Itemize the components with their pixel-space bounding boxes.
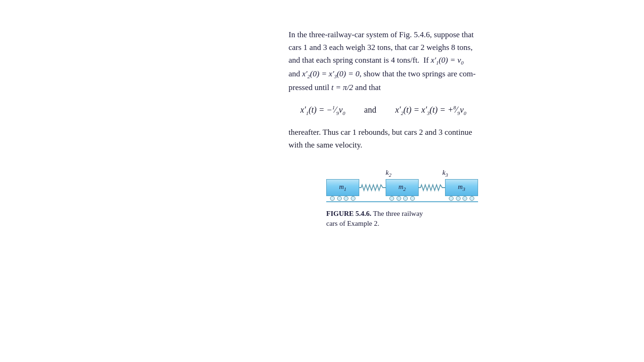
k3-label: k3 [442, 169, 448, 178]
wheel [396, 196, 401, 201]
equation-display: x′1(t) = −1⁄9v0 and x′2(t) = x′3(t) = +8… [289, 105, 478, 116]
wheel [410, 196, 415, 201]
k2-label: k2 [386, 169, 391, 178]
car-3: m3 [445, 179, 478, 196]
car-2: m2 [386, 179, 419, 196]
railway-diagram: k2 k3 m1 m2 [326, 169, 478, 203]
condition-math: x′1(0) = v0 [431, 56, 464, 65]
wheel [351, 196, 355, 201]
car-3-label: m3 [458, 183, 465, 192]
spring-k3 [419, 183, 445, 192]
car-2-label: m2 [398, 183, 406, 192]
spring-k2 [359, 183, 386, 192]
track-line [326, 201, 478, 203]
wheels-row [326, 196, 478, 201]
figure-container: k2 k3 m1 m2 [326, 169, 478, 229]
equation-right: x′2(t) = x′3(t) = +8⁄9v0 [395, 105, 466, 116]
page-content: In the three-railway-car system of Fig. … [289, 28, 478, 229]
wheel [344, 196, 348, 201]
wheel [403, 196, 408, 201]
wheel [337, 196, 342, 201]
equation-and: and [364, 105, 376, 115]
wheel [389, 196, 394, 201]
figure-caption-bold: FIGURE 5.4.6. [326, 210, 372, 217]
figure-caption: FIGURE 5.4.6. The three railway cars of … [326, 209, 430, 229]
wheel [456, 196, 461, 201]
wheel [449, 196, 454, 201]
car-1: m1 [326, 179, 359, 196]
thereafter-paragraph: thereafter. Thus car 1 rebounds, but car… [289, 126, 478, 151]
wheel [470, 196, 474, 201]
main-paragraph: In the three-railway-car system of Fig. … [289, 28, 478, 94]
cars-springs-row: m1 m2 [326, 179, 478, 196]
wheel [330, 196, 335, 201]
wheel [462, 196, 467, 201]
car-1-label: m1 [339, 183, 347, 192]
equation-left: x′1(t) = −1⁄9v0 [300, 105, 345, 116]
